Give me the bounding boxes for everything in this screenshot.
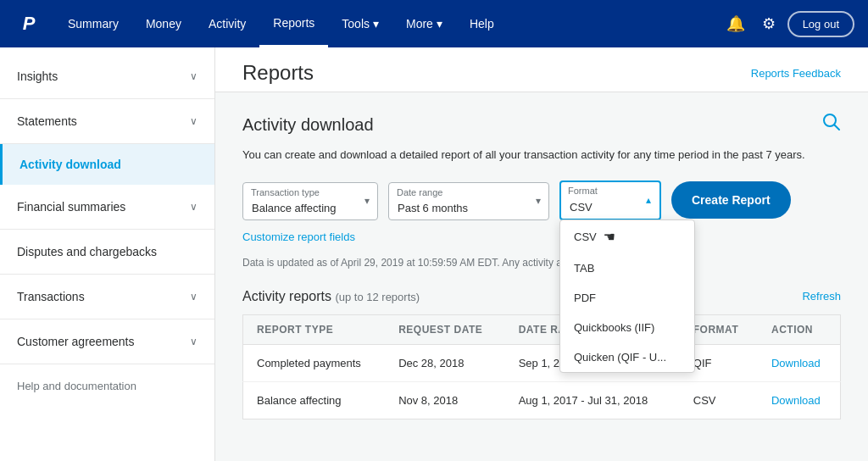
tools-chevron-icon: ▾ [373, 17, 379, 31]
settings-button[interactable]: ⚙ [757, 9, 781, 38]
row2-date-range: Aug 1, 2017 - Jul 31, 2018 [505, 381, 680, 419]
statements-chevron-icon: ∨ [190, 115, 198, 127]
format-option-tab[interactable]: TAB [560, 253, 694, 283]
format-option-pdf[interactable]: PDF [560, 283, 694, 313]
format-option-csv[interactable]: CSV ☛ [560, 220, 694, 253]
sidebar-section-insights: Insights ∨ [0, 54, 214, 99]
format-tab-label: TAB [574, 262, 594, 275]
more-chevron-icon: ▾ [437, 17, 442, 31]
transactions-chevron-icon: ∨ [190, 291, 198, 303]
row1-download-link[interactable]: Download [771, 357, 821, 369]
content-header: Reports Reports Feedback [215, 47, 868, 92]
row2-report-type: Balance affecting [243, 381, 386, 419]
nav-summary[interactable]: Summary [54, 0, 132, 47]
financial-chevron-icon: ∨ [190, 201, 198, 213]
sidebar-section-transactions: Transactions ∨ [0, 275, 214, 319]
row1-action: Download [758, 344, 841, 381]
statements-label: Statements [17, 114, 77, 128]
sidebar-section-statements: Statements ∨ [0, 99, 214, 144]
paypal-logo: P [14, 8, 44, 39]
nav-right: 🔔 ⚙ Log out [721, 9, 854, 38]
insights-label: Insights [17, 69, 58, 83]
activity-reports-header: Activity reports (up to 12 reports) Refr… [242, 289, 841, 304]
format-quicken-label: Quicken (QIF - U... [574, 351, 666, 364]
transaction-type-wrapper: Transaction type Balance affecting ▾ [242, 182, 378, 220]
nav-tools[interactable]: Tools ▾ [328, 0, 392, 47]
sidebar-customer-header[interactable]: Customer agreements ∨ [0, 319, 214, 364]
sidebar-disputes-header[interactable]: Disputes and chargebacks [0, 230, 214, 274]
sidebar-statements-header[interactable]: Statements ∨ [0, 99, 214, 143]
table-row: Completed payments Dec 28, 2018 Sep 1, 2… [243, 344, 841, 381]
section-title-row: Activity download [242, 113, 841, 136]
create-report-button[interactable]: Create Report [671, 181, 791, 219]
customize-link[interactable]: Customize report fields [242, 230, 841, 243]
col-request-date: Request date [385, 314, 505, 344]
format-option-quickbooks[interactable]: Quickbooks (IIF) [560, 313, 694, 342]
refresh-link[interactable]: Refresh [802, 290, 841, 303]
insights-chevron-icon: ∨ [190, 70, 198, 82]
financial-label: Financial summaries [17, 200, 125, 214]
table-body: Completed payments Dec 28, 2018 Sep 1, 2… [243, 344, 841, 419]
logout-button[interactable]: Log out [787, 11, 854, 37]
table-header-row: Report type Request date Date range Form… [243, 314, 841, 344]
sidebar: Insights ∨ Statements ∨ Activity downloa… [0, 47, 215, 461]
table-head: Report type Request date Date range Form… [243, 314, 841, 344]
sidebar-section-disputes: Disputes and chargebacks [0, 230, 214, 275]
col-report-type: Report type [243, 314, 386, 344]
format-chevron-icon: ▴ [646, 194, 651, 206]
sidebar-section-customer: Customer agreements ∨ [0, 319, 214, 364]
col-action: Action [758, 314, 841, 344]
sidebar-financial-header[interactable]: Financial summaries ∨ [0, 185, 214, 229]
page-title: Reports [242, 61, 314, 85]
svg-line-1 [835, 125, 840, 131]
sidebar-insights-header[interactable]: Insights ∨ [0, 54, 214, 98]
date-range-select[interactable]: Past 6 months [388, 182, 549, 220]
content-body: Activity download You can create and dow… [215, 92, 868, 440]
nav-reports[interactable]: Reports [259, 0, 328, 47]
format-display[interactable]: CSV ▴ [559, 181, 661, 220]
date-range-wrapper: Date range Past 6 months ▾ [388, 182, 549, 220]
format-wrapper: Format CSV ▴ CSV ☛ TAB [559, 181, 661, 220]
format-dropdown: CSV ☛ TAB PDF Quickbooks (IIF) [559, 219, 695, 373]
format-csv-label: CSV [574, 230, 597, 243]
update-text: Data is updated as of April 29, 2019 at … [242, 257, 841, 269]
activity-reports-title: Activity reports (up to 12 reports) [242, 289, 420, 303]
filters-row: Transaction type Balance affecting ▾ Dat… [242, 181, 841, 220]
description-text: You can create and download a detailed r… [242, 147, 841, 164]
nav-help[interactable]: Help [456, 0, 508, 47]
activity-download-title: Activity download [242, 115, 374, 135]
activity-reports-table: Report type Request date Date range Form… [242, 314, 841, 419]
reports-feedback-link[interactable]: Reports Feedback [751, 67, 841, 80]
customer-label: Customer agreements [17, 335, 135, 348]
activity-reports-title-group: Activity reports (up to 12 reports) [242, 289, 420, 304]
search-icon [822, 113, 841, 131]
format-pdf-label: PDF [574, 292, 596, 304]
nav-more[interactable]: More ▾ [392, 0, 456, 47]
cursor-icon: ☛ [604, 229, 615, 245]
nav-items: Summary Money Activity Reports Tools ▾ M… [54, 0, 721, 47]
row2-request-date: Nov 8, 2018 [385, 381, 505, 419]
format-value: CSV [570, 201, 593, 214]
disputes-label: Disputes and chargebacks [17, 245, 157, 258]
sidebar-help[interactable]: Help and documentation [0, 364, 214, 408]
sidebar-item-activity-download[interactable]: Activity download [0, 144, 214, 185]
row2-download-link[interactable]: Download [771, 394, 821, 407]
transactions-label: Transactions [17, 290, 85, 303]
format-quickbooks-label: Quickbooks (IIF) [574, 321, 654, 334]
sidebar-transactions-header[interactable]: Transactions ∨ [0, 275, 214, 319]
main-container: Insights ∨ Statements ∨ Activity downloa… [0, 47, 868, 461]
row1-report-type: Completed payments [243, 344, 386, 381]
transaction-type-select[interactable]: Balance affecting [242, 182, 378, 220]
top-navigation: P Summary Money Activity Reports Tools ▾… [0, 0, 868, 47]
row1-request-date: Dec 28, 2018 [385, 344, 505, 381]
format-option-quicken[interactable]: Quicken (QIF - U... [560, 342, 694, 372]
row2-action: Download [758, 381, 841, 419]
customer-chevron-icon: ∨ [190, 336, 198, 347]
nav-activity[interactable]: Activity [195, 0, 259, 47]
notifications-button[interactable]: 🔔 [721, 9, 750, 38]
nav-money[interactable]: Money [132, 0, 195, 47]
table-row: Balance affecting Nov 8, 2018 Aug 1, 201… [243, 381, 841, 419]
sidebar-section-financial: Financial summaries ∨ [0, 185, 214, 230]
row2-format: CSV [680, 381, 758, 419]
search-button[interactable] [822, 113, 841, 136]
